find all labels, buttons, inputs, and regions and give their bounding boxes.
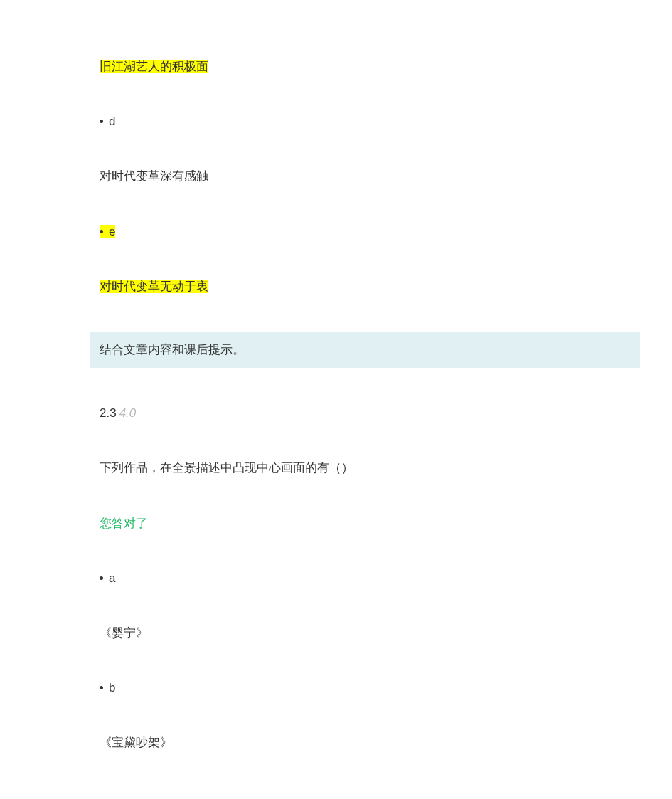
question-text: 下列作品，在全景描述中凸现中心画面的有（）: [100, 461, 353, 475]
option-label: e: [109, 225, 115, 238]
bullet-icon: [100, 120, 103, 123]
option-text: 《宝黛吵架》: [100, 736, 172, 749]
q2-score-max: 4.0: [119, 406, 137, 420]
q1-feedback-box: 结合文章内容和课后提示。: [90, 332, 640, 368]
q2-correct-message: 您答对了: [100, 514, 640, 533]
q2-option-a-label-row: a: [100, 568, 640, 588]
q2-prompt: 下列作品，在全景描述中凸现中心画面的有（）: [100, 458, 640, 477]
q1-option-d-text: 对时代变革深有感触: [100, 166, 640, 186]
option-text: 《婴宁》: [100, 626, 148, 640]
highlighted-label: e: [100, 225, 115, 238]
q2-option-b-text: 《宝黛吵架》: [100, 733, 640, 752]
correct-text: 您答对了: [100, 517, 148, 530]
q1-option-c-text: 旧江湖艺人的积极面: [100, 57, 640, 76]
highlighted-text: 旧江湖艺人的积极面: [100, 60, 208, 73]
bullet-icon: [100, 576, 103, 580]
bullet-icon: [100, 686, 103, 689]
q1-option-e-text: 对时代变革无动于衷: [100, 277, 640, 296]
option-label: b: [109, 681, 115, 694]
q1-option-d-label-row: d: [100, 112, 640, 131]
highlighted-text: 对时代变革无动于衷: [100, 280, 208, 293]
q2-option-a-text: 《婴宁》: [100, 623, 640, 642]
q2-score-row: 2.34.0: [100, 403, 640, 423]
option-label: d: [109, 115, 115, 128]
bullet-icon: [100, 230, 103, 233]
q1-option-e-label-row: e: [100, 222, 640, 241]
q2-option-b-label-row: b: [100, 678, 640, 697]
q2-score-earned: 2.3: [100, 406, 117, 420]
option-label: a: [109, 571, 115, 585]
feedback-text: 结合文章内容和课后提示。: [100, 343, 245, 356]
option-text: 对时代变革深有感触: [100, 169, 208, 183]
